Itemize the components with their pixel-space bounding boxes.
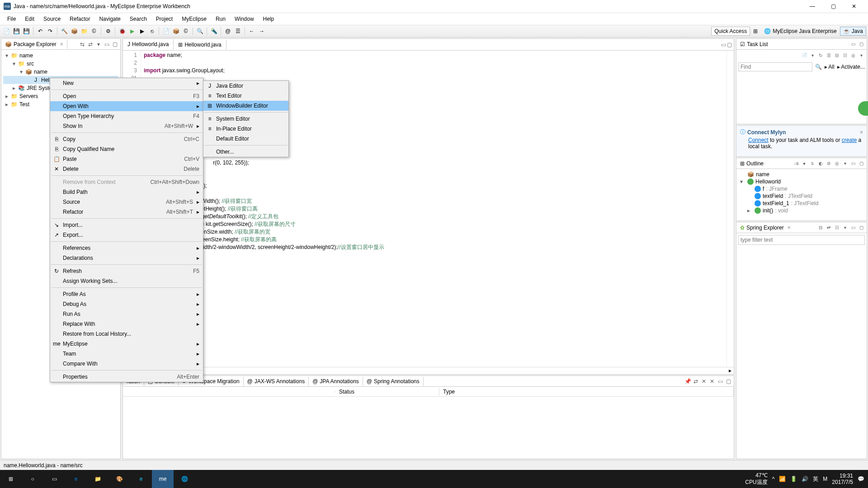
edge-icon[interactable]: e	[65, 470, 87, 488]
submenu-item-java-editor[interactable]: JJava Editor	[203, 81, 288, 91]
bottom-tab[interactable]: @JAX-WS Annotations	[244, 377, 309, 386]
chevron-up-icon[interactable]: ^	[772, 476, 775, 482]
outline-tree[interactable]: 📦name▾Helloworldf : JFrametextField : JT…	[736, 169, 867, 221]
menu-refactor[interactable]: Refactor	[65, 14, 94, 24]
status-header[interactable]: Status	[335, 388, 439, 396]
search-icon[interactable]: 🔦	[209, 27, 218, 36]
menu-item-run-as[interactable]: Run As▸	[50, 309, 203, 319]
hide-static-icon[interactable]: s	[809, 160, 816, 167]
minimize-button[interactable]: —	[802, 0, 823, 13]
quick-access[interactable]: Quick Access	[711, 27, 750, 36]
link-icon[interactable]: ⇄	[87, 41, 94, 48]
ime-icon[interactable]: 英	[813, 475, 818, 483]
menu-item-paste[interactable]: 📋PasteCtrl+V	[50, 154, 203, 164]
tree-item[interactable]: ▾📁src	[3, 60, 118, 68]
task-list-tab[interactable]: ☑ Task List	[736, 40, 772, 49]
tree-item[interactable]: ▾📁name	[3, 52, 118, 60]
clock-time[interactable]: 19:31	[832, 473, 853, 479]
undo-icon[interactable]: ↶	[36, 27, 45, 36]
connect-link[interactable]: Connect	[748, 137, 769, 143]
minimize-icon[interactable]: ▭	[849, 224, 857, 231]
network-icon[interactable]: 📶	[779, 476, 786, 482]
start-button[interactable]: ⊞	[0, 470, 22, 488]
activate-link[interactable]: ▸ Activate...	[837, 64, 865, 70]
menu-item-replace-with[interactable]: Replace With▸	[50, 319, 203, 329]
menu-item-profile-as[interactable]: Profile As▸	[50, 289, 203, 299]
menu-window[interactable]: Window	[230, 14, 259, 24]
menu-item-open-type-hierarchy[interactable]: Open Type HierarchyF4	[50, 111, 203, 121]
menu-myeclipse[interactable]: MyEclipse	[177, 14, 211, 24]
menu-navigate[interactable]: Navigate	[94, 14, 125, 24]
search-icon[interactable]: 🔍	[815, 64, 822, 70]
gear-icon[interactable]: ⚙	[104, 27, 113, 36]
collapse-icon[interactable]: ⊟	[817, 224, 824, 231]
explorer-icon[interactable]: 📁	[87, 470, 108, 488]
menu-source[interactable]: Source	[39, 14, 65, 24]
menu-item-refresh[interactable]: ↻RefreshF5	[50, 266, 203, 276]
link-icon[interactable]: ⇄	[825, 224, 832, 231]
maximize-icon[interactable]: ▢	[725, 378, 732, 385]
new-icon[interactable]: 📄	[2, 27, 11, 36]
close-icon[interactable]: ×	[860, 129, 863, 136]
run-last-icon[interactable]: ▶	[137, 27, 146, 36]
menu-item-delete[interactable]: ✕DeleteDelete	[50, 164, 203, 174]
submenu-item-windowbuilder-editor[interactable]: ⊞WindowBuilder Editor	[203, 101, 288, 111]
view-menu-icon[interactable]: ▾	[95, 41, 102, 48]
find-input[interactable]	[738, 62, 812, 71]
outline-item[interactable]: textField : JTextField	[738, 192, 865, 200]
outline-item[interactable]: f : JFrame	[738, 185, 865, 192]
outline-item[interactable]: ▸init() : void	[738, 207, 865, 214]
app2-icon[interactable]: 🌐	[174, 470, 195, 488]
app-icon[interactable]: 🎨	[108, 470, 130, 488]
task-view-icon[interactable]: ▭	[43, 470, 65, 488]
hide-fields-icon[interactable]: ●	[801, 160, 808, 167]
bottom-tab[interactable]: @Spring Annotations	[363, 377, 424, 386]
sync-icon[interactable]: ↻	[817, 52, 824, 59]
package-explorer-tab[interactable]: 📦 Package Explorer ×	[1, 40, 67, 49]
perspective-java[interactable]: ☕Java	[840, 27, 866, 36]
myeclipse-taskbar-icon[interactable]: me	[152, 470, 174, 488]
notifications-icon[interactable]: 💬	[858, 476, 864, 482]
menu-run[interactable]: Run	[211, 14, 230, 24]
menu-item-open[interactable]: OpenF3	[50, 91, 203, 101]
minimize-icon[interactable]: ▭	[721, 42, 726, 48]
minimize-icon[interactable]: ▭	[103, 41, 110, 48]
menu-item-build-path[interactable]: Build Path▸	[50, 187, 203, 197]
menu-item-declarations[interactable]: Declarations▸	[50, 253, 203, 263]
package-icon[interactable]: 📦	[70, 27, 79, 36]
submenu-item-default-editor[interactable]: Default Editor	[203, 134, 288, 144]
menu-item-assign-working-sets-[interactable]: Assign Working Sets...	[50, 276, 203, 286]
maximize-icon[interactable]: ▢	[858, 160, 865, 167]
minimize-icon[interactable]: ▭	[849, 160, 857, 167]
hide-nonpublic-icon[interactable]: ◐	[817, 160, 824, 167]
all-filter[interactable]: ▸ All	[825, 64, 835, 70]
folder-icon[interactable]: 📁	[80, 27, 89, 36]
perspective-myeclipse-java-enterprise[interactable]: 🌐MyEclipse Java Enterprise	[761, 27, 840, 36]
create-link[interactable]: create	[842, 137, 857, 143]
menu-item-new[interactable]: New▸	[50, 78, 203, 88]
remove-icon[interactable]: ✕	[708, 378, 716, 385]
run-icon[interactable]: ▶	[127, 27, 137, 36]
menu-item-show-in[interactable]: Show InAlt+Shift+W▸	[50, 121, 203, 131]
editor-tab[interactable]: ⊞Helloworld.java	[174, 40, 226, 50]
view-menu-icon[interactable]: ▾	[858, 52, 865, 59]
spring-tab[interactable]: ✿ Spring Explorer ×	[736, 223, 794, 232]
back-icon[interactable]: ←	[247, 27, 256, 36]
maximize-icon[interactable]: ▢	[858, 224, 865, 231]
perspective-switcher-icon[interactable]: ⊞	[751, 27, 760, 36]
menu-item-refactor[interactable]: RefactorAlt+Shift+T▸	[50, 207, 203, 217]
forward-icon[interactable]: →	[257, 27, 266, 36]
volume-icon[interactable]: 🔊	[802, 476, 808, 482]
menu-item-export-[interactable]: ↗Export...	[50, 230, 203, 240]
focus-icon[interactable]: ◎	[849, 52, 857, 59]
context-menu[interactable]: New▸OpenF3Open With▸JJava Editor≡Text Ed…	[50, 78, 203, 382]
tree-item[interactable]: ▾📦name	[3, 68, 118, 76]
outline-item[interactable]: textField_1 : JTextField	[738, 200, 865, 207]
maximize-icon[interactable]: ▢	[727, 42, 732, 48]
menu-item-myeclipse[interactable]: meMyEclipse▸	[50, 339, 203, 349]
menu-item-source[interactable]: SourceAlt+Shift+S▸	[50, 197, 203, 207]
annotation-icon[interactable]: @	[223, 27, 232, 36]
open-type-icon[interactable]: 🔍	[195, 27, 204, 36]
view-menu-icon[interactable]: ▾	[841, 160, 849, 167]
new-task-icon[interactable]: 📄	[801, 52, 808, 59]
